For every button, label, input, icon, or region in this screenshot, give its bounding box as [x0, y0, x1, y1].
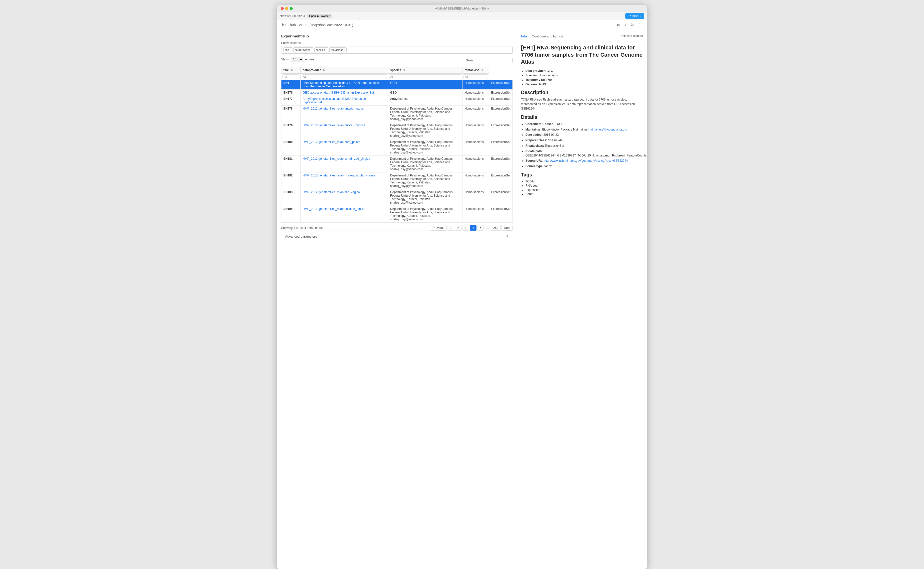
sort-dataprovider-icon: ⇅: [323, 69, 325, 72]
table-header-row: title ⇅ dataprovider ⇅ species ⇅ rdatacl…: [281, 67, 513, 74]
info-genome: Genome: hg19: [525, 83, 643, 86]
email-icon[interactable]: ✉: [617, 23, 620, 27]
cell-dataprovider: Department of Psychology, Abdul Haq Camp…: [388, 122, 462, 139]
table-row[interactable]: EH178HMP_2012.genefamilies_relab.anterio…: [281, 106, 513, 122]
filter-species-input[interactable]: [389, 75, 461, 79]
table-row[interactable]: EH182HMP_2012.genefamilies_relab.l_retro…: [281, 172, 513, 189]
tag-expression: Expression: [525, 188, 643, 192]
info-list: Data provider: GEO Species: Homo sapiens…: [521, 69, 643, 86]
page-1-button[interactable]: 1: [448, 225, 454, 231]
next-page-button[interactable]: Next: [502, 225, 513, 231]
tags-section-title: Tags: [521, 172, 643, 178]
minimize-button[interactable]: [285, 7, 288, 10]
th-rdataclass[interactable]: rdataclass ⇅: [462, 67, 489, 74]
page-3-button[interactable]: 3: [462, 225, 469, 231]
cell-species: Homo sapiens: [462, 90, 489, 96]
close-button[interactable]: [281, 7, 284, 10]
cell-title: HMP_2012.genefamilies_relab.buccal_mucos…: [300, 122, 388, 139]
advanced-params-label: Advanced parameters: [285, 234, 317, 238]
tag-dataprovider-remove[interactable]: ×: [311, 49, 312, 52]
tab-configure-launch[interactable]: Configure and launch: [532, 33, 563, 40]
table-row[interactable]: EH179HMP_2012.genefamilies_relab.buccal_…: [281, 122, 513, 139]
search-label: Search:: [466, 59, 476, 62]
cell-dataprovider: Department of Psychology, Abdul Haq Camp…: [388, 139, 462, 156]
cell-title: HMP_2012.genefamilies_relab.palatine_ton…: [300, 206, 388, 223]
table-row[interactable]: EH181HMP_2012.genefamilies_relab.keratin…: [281, 156, 513, 172]
page-269-button[interactable]: 269: [491, 225, 501, 231]
info-taxonomy: Taxonomy ID: 9606: [525, 78, 643, 82]
th-species[interactable]: species ⇅: [388, 67, 462, 74]
pagination: Showing 1 to 10 of 2,689 entries Previou…: [281, 225, 513, 231]
cell-id: EH183: [281, 189, 301, 206]
app-title: iSEEhub - v1.0.0 (snapshotDate: 2022-10-…: [282, 23, 353, 27]
settings-icon[interactable]: ⚙: [630, 23, 634, 27]
cell-species: Homo sapiens: [462, 189, 489, 206]
cell-id: EH184: [281, 206, 301, 223]
cell-species: Homo sapiens: [462, 122, 489, 139]
more-options-icon[interactable]: ⋮: [638, 23, 642, 27]
th-dataprovider[interactable]: dataprovider ⇅: [300, 67, 388, 74]
th-title[interactable]: title ⇅: [281, 67, 301, 74]
cell-species: Homo sapiens: [462, 172, 489, 189]
tab-info[interactable]: Info: [521, 33, 527, 40]
sort-title-icon: ⇅: [291, 69, 293, 72]
tag-rna-seq: RNA-seq: [525, 184, 643, 187]
cell-title: HMP_2012.genefamilies_relab.l_retroauric…: [300, 172, 388, 189]
filter-title-input[interactable]: [282, 75, 299, 79]
table-row[interactable]: EH1RNA-Sequencing and clinical data for …: [281, 80, 513, 90]
publish-chevron-icon: ▾: [640, 15, 641, 17]
cell-rdataclass: ExpressionSet: [489, 189, 512, 206]
details-list: Coordinate 1-based: TRUE Maintainer: Bio…: [521, 122, 643, 169]
tag-title-remove[interactable]: ×: [290, 49, 291, 52]
cell-rdataclass: ExpressionSet: [489, 156, 512, 172]
tag-title: title ×: [284, 47, 293, 52]
sort-species-icon: ⇅: [403, 69, 405, 72]
cell-species: Homo sapiens: [462, 206, 489, 223]
table-row[interactable]: EH177ArrayExpress accession data E-MTAB-…: [281, 96, 513, 106]
cell-dataprovider: GEO: [388, 90, 462, 96]
open-in-browser-button[interactable]: Open in Browser: [307, 14, 332, 18]
pagination-controls: Previous 1 2 3 4 5 … 269 Next: [430, 225, 513, 231]
traffic-lights: [281, 7, 293, 10]
page-4-button[interactable]: 4: [470, 225, 476, 231]
cell-id: EH182: [281, 172, 301, 189]
pagination-info: Showing 1 to 10 of 2,689 entries: [281, 226, 324, 230]
tag-rdataclass-remove[interactable]: ×: [344, 49, 345, 52]
header-icons: ✉ ↓ ⚙ ⋮: [617, 23, 642, 27]
tag-count: Count: [525, 192, 643, 196]
detail-coordinate: Coordinate 1-based: TRUE: [525, 122, 643, 126]
table-row[interactable]: EH183HMP_2012.genefamilies_relab.mid_vag…: [281, 189, 513, 206]
search-input[interactable]: [478, 58, 513, 63]
cell-species: Homo sapiens: [462, 96, 489, 106]
tag-species-remove[interactable]: ×: [326, 49, 327, 52]
browser-toolbar: http://127.0.0.1:1234 Open in Browser Pu…: [277, 12, 647, 20]
app-window: ~/github/iSEE/iSEEhub/vignettes - Shiny …: [277, 5, 647, 569]
source-url-link[interactable]: http://www.ncbi.nlm.nih.gov/geo/query/ac…: [544, 159, 628, 163]
table-row[interactable]: EH184HMP_2012.genefamilies_relab.palatin…: [281, 206, 513, 223]
tag-tcga: TCGA: [525, 180, 643, 183]
details-section-title: Details: [521, 114, 643, 120]
cell-id: EH180: [281, 139, 301, 156]
prev-page-button[interactable]: Previous: [430, 225, 447, 231]
panel-title: ExperimentHub: [281, 34, 513, 38]
filter-dataprovider-input[interactable]: [302, 75, 387, 79]
download-icon[interactable]: ↓: [624, 23, 626, 27]
detail-date-added: Date added: 2016-02-23: [525, 133, 643, 137]
page-5-button[interactable]: 5: [477, 225, 484, 231]
page-2-button[interactable]: 2: [455, 225, 462, 231]
column-tags-container: title × dataprovider × species × rdatacl…: [281, 46, 513, 54]
cell-dataprovider: GEO: [388, 80, 462, 90]
publish-button[interactable]: Publish ▾: [625, 13, 644, 19]
toolbar-right: Publish ▾: [625, 13, 644, 19]
info-species: Species: Homo sapiens: [525, 74, 643, 77]
table-row[interactable]: EH176GEO accession data GSE64985 as an E…: [281, 90, 513, 96]
maximize-button[interactable]: [290, 7, 293, 10]
entries-select[interactable]: 10 25 50 100: [291, 57, 303, 62]
table-row[interactable]: EH180HMP_2012.genefamilies_relab.hard_pa…: [281, 139, 513, 156]
detail-rdatapath: R data path: GSE62944/GSE62944_GSM153683…: [525, 149, 643, 158]
filter-rdataclass-input[interactable]: [464, 75, 488, 79]
show-label: Show: [281, 58, 289, 61]
maintainer-link[interactable]: maintainer@bioconductor.org: [588, 128, 627, 131]
advanced-params-section[interactable]: Advanced parameters +: [281, 231, 513, 242]
cell-species: Homo sapiens: [462, 106, 489, 122]
